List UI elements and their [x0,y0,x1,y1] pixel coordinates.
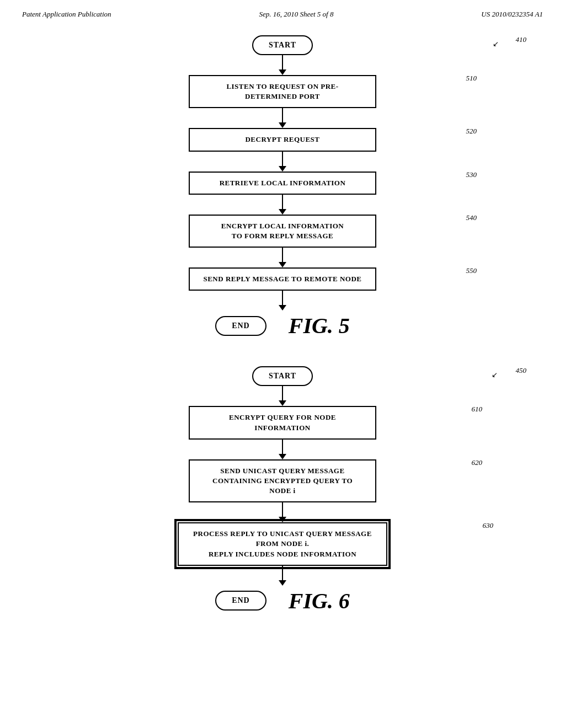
fig6-step610-box: ENCRYPT QUERY FOR NODE INFORMATION [189,406,376,439]
fig6-arrow-3 [279,502,286,522]
fig6-flowchart: START ENCRYPT QUERY FOR NODE INFORMATION… [33,366,532,614]
fig5-step530-box: RETRIEVE LOCAL INFORMATION [189,172,376,195]
fig5-arrow-4 [279,195,286,215]
fig5-step540-row: ENCRYPT LOCAL INFORMATIONTO FORM REPLY M… [33,215,532,248]
fig6-step610-row: ENCRYPT QUERY FOR NODE INFORMATION 610 [33,406,532,439]
fig6-arrow-2 [279,440,286,459]
fig5-arrow-3 [279,152,286,172]
fig6-label-620: 620 [472,458,483,467]
section-divider [33,339,532,361]
fig6-step620-box: SEND UNICAST QUERY MESSAGECONTAINING ENC… [189,459,376,503]
fig6-label-610: 610 [472,405,483,414]
header-left: Patent Application Publication [22,10,111,19]
fig6-step630-box: PROCESS REPLY TO UNICAST QUERY MESSAGE F… [178,522,387,566]
fig5-arrow-5 [279,248,286,267]
fig5-label-530: 530 [466,170,477,179]
fig5-step520-row: DECRYPT REQUEST 520 [33,128,532,151]
fig5-label-520: 520 [466,127,477,136]
fig6-end-row: END FIG. 6 [33,588,532,614]
fig5-step510-row: LISTEN TO REQUEST ON PRE-DETERMINED PORT… [33,75,532,108]
fig6-label-630: 630 [483,521,494,530]
fig5-step520-box: DECRYPT REQUEST [189,128,376,151]
fig5-step550-box: SEND REPLY MESSAGE TO REMOTE NODE [189,267,376,291]
fig5-start-row: START [33,35,532,55]
fig5-end-row: END FIG. 5 [33,313,532,339]
fig6-step620-row: SEND UNICAST QUERY MESSAGECONTAINING ENC… [33,459,532,503]
fig5-arrow-1 [279,55,286,75]
fig5-label-550: 550 [466,266,477,275]
diagram-area: 410 ↙ START LISTEN TO REQUEST ON PRE-DET… [0,35,565,614]
fig5-step540-box: ENCRYPT LOCAL INFORMATIONTO FORM REPLY M… [189,215,376,248]
fig5-step550-row: SEND REPLY MESSAGE TO REMOTE NODE 550 [33,267,532,291]
fig6-arrow-4 [279,566,286,586]
fig6-start-oval: START [252,366,313,386]
fig5-label: FIG. 5 [289,313,350,339]
fig6-end-oval: END [215,591,266,611]
fig6-start-row: START [33,366,532,386]
fig5-start-oval: START [252,35,313,55]
page-header: Patent Application Publication Sep. 16, … [0,0,565,19]
fig5-end-oval: END [215,316,266,336]
fig5-label-540: 540 [466,213,477,222]
fig5-label-510: 510 [466,74,477,83]
fig5-step530-row: RETRIEVE LOCAL INFORMATION 530 [33,172,532,195]
fig6-step630-row: PROCESS REPLY TO UNICAST QUERY MESSAGE F… [33,522,532,566]
fig6-arrow-1 [279,386,286,406]
fig5-arrow-2 [279,108,286,128]
header-middle: Sep. 16, 2010 Sheet 5 of 8 [259,10,333,19]
fig5-step510-box: LISTEN TO REQUEST ON PRE-DETERMINED PORT [189,75,376,108]
header-right: US 2010/0232354 A1 [481,10,543,19]
fig5-flowchart: START LISTEN TO REQUEST ON PRE-DETERMINE… [33,35,532,339]
fig6-label: FIG. 6 [289,588,350,614]
fig5-arrow-6 [279,291,286,311]
